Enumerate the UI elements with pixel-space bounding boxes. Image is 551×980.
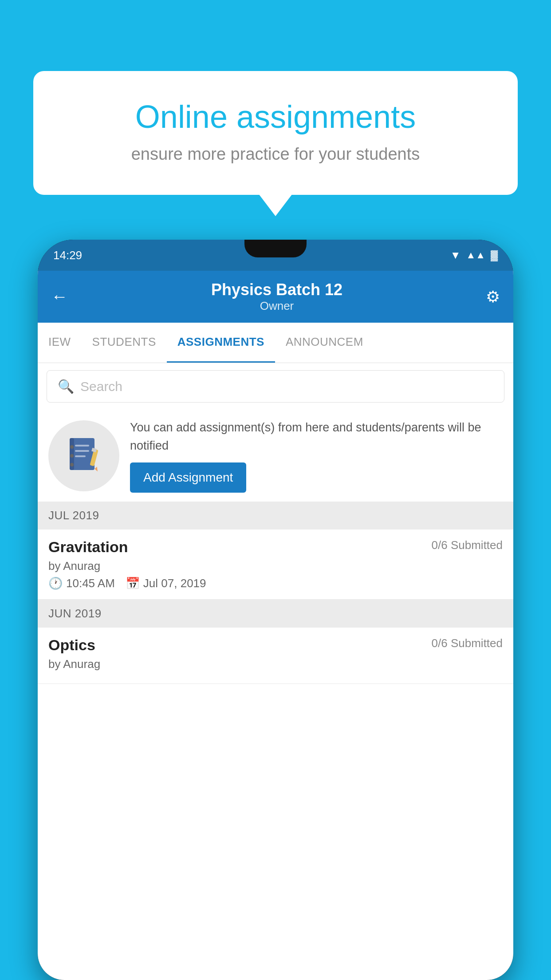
settings-icon[interactable]: ⚙ — [486, 288, 500, 306]
status-bar: 14:29 ▼ ▲▲ ▓ — [38, 240, 513, 271]
phone-notch — [244, 240, 307, 257]
assignment-submitted-gravitation: 0/6 Submitted — [432, 538, 503, 552]
assignment-by-optics: by Anurag — [48, 657, 503, 671]
status-icons: ▼ ▲▲ ▓ — [450, 249, 498, 261]
info-text: You can add assignment(s) from here and … — [130, 419, 503, 454]
search-icon: 🔍 — [58, 379, 74, 394]
tab-students[interactable]: STUDENTS — [82, 323, 167, 363]
meta-date: 📅 Jul 07, 2019 — [126, 577, 206, 590]
tab-announcements[interactable]: ANNOUNCEM — [275, 323, 374, 363]
assignment-name-gravitation: Gravitation — [48, 538, 128, 556]
tab-iew[interactable]: IEW — [38, 323, 82, 363]
speech-bubble-title: Online assignments — [69, 98, 482, 136]
info-content: You can add assignment(s) from here and … — [130, 419, 503, 493]
tab-assignments[interactable]: ASSIGNMENTS — [167, 323, 275, 363]
speech-bubble-container: Online assignments ensure more practice … — [33, 71, 518, 195]
section-header-jun: JUN 2019 — [38, 600, 513, 628]
assignment-time: 10:45 AM — [66, 577, 115, 590]
assignment-row-top-optics: Optics 0/6 Submitted — [48, 636, 503, 654]
battery-icon: ▓ — [491, 249, 498, 261]
svg-rect-1 — [75, 445, 89, 447]
svg-point-7 — [70, 463, 74, 466]
signal-icon: ▲▲ — [466, 249, 485, 261]
svg-point-5 — [70, 445, 74, 449]
search-container: 🔍 Search — [38, 363, 513, 410]
phone-frame: 14:29 ▼ ▲▲ ▓ ← Physics Batch 12 Owner ⚙ … — [38, 240, 513, 980]
header-title-section: Physics Batch 12 Owner — [68, 281, 486, 313]
svg-point-6 — [70, 454, 74, 458]
header-title: Physics Batch 12 — [68, 281, 486, 299]
wifi-icon: ▼ — [450, 249, 461, 261]
app-header: ← Physics Batch 12 Owner ⚙ — [38, 271, 513, 323]
info-card: You can add assignment(s) from here and … — [38, 410, 513, 502]
meta-time: 🕐 10:45 AM — [48, 577, 115, 590]
notebook-icon — [66, 436, 102, 476]
assignment-item-gravitation[interactable]: Gravitation 0/6 Submitted by Anurag 🕐 10… — [38, 530, 513, 600]
clock-icon: 🕐 — [48, 577, 63, 590]
search-bar[interactable]: 🔍 Search — [47, 370, 504, 403]
status-time: 14:29 — [53, 249, 82, 262]
speech-bubble: Online assignments ensure more practice … — [33, 71, 518, 195]
assignment-meta-gravitation: 🕐 10:45 AM 📅 Jul 07, 2019 — [48, 577, 503, 590]
section-header-jul: JUL 2019 — [38, 502, 513, 530]
svg-marker-9 — [94, 466, 98, 471]
info-icon-circle — [48, 420, 119, 491]
assignment-date: Jul 07, 2019 — [143, 577, 206, 590]
svg-rect-2 — [75, 450, 89, 452]
tabs-container: IEW STUDENTS ASSIGNMENTS ANNOUNCEM — [38, 323, 513, 363]
header-subtitle: Owner — [68, 299, 486, 313]
assignment-name-optics: Optics — [48, 636, 95, 654]
calendar-icon: 📅 — [126, 577, 140, 590]
phone-screen: ← Physics Batch 12 Owner ⚙ IEW STUDENTS … — [38, 271, 513, 980]
assignment-item-optics[interactable]: Optics 0/6 Submitted by Anurag — [38, 628, 513, 684]
assignment-by-gravitation: by Anurag — [48, 559, 503, 573]
back-button[interactable]: ← — [51, 287, 68, 306]
add-assignment-button[interactable]: Add Assignment — [130, 462, 246, 493]
speech-bubble-subtitle: ensure more practice for your students — [69, 145, 482, 164]
svg-rect-3 — [75, 455, 86, 457]
assignment-row-top: Gravitation 0/6 Submitted — [48, 538, 503, 556]
assignment-submitted-optics: 0/6 Submitted — [432, 636, 503, 650]
search-input[interactable]: Search — [80, 379, 122, 394]
